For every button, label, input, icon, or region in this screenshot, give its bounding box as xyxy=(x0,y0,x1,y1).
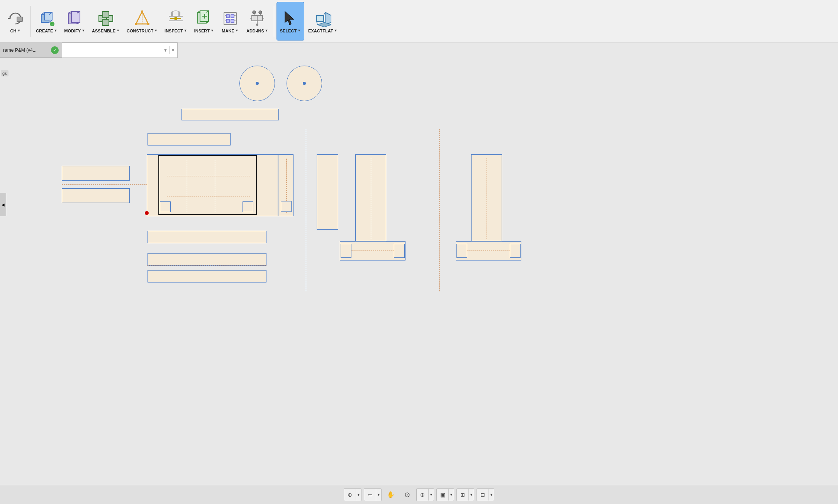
toolbar-make-label: MAKE xyxy=(222,29,234,33)
zoom-custom-btn-group: ⊕ ▼ xyxy=(416,488,434,501)
assembly-inner xyxy=(158,155,257,215)
bottom-toolbar: ⊕ ▼ ▭ ▼ ✋ ⊙ ⊕ ▼ ▣ ▼ ⊞ ▼ ⊟ ▼ xyxy=(0,485,838,504)
left-sidebar-toggle[interactable]: ◀ xyxy=(0,193,6,216)
inner-corner-br xyxy=(243,201,253,212)
zoom-custom-button[interactable]: ⊕ xyxy=(417,489,428,501)
toolbar-group-create[interactable]: + CREATE ▼ xyxy=(33,2,60,41)
display-dropdown-arrow[interactable]: ▼ xyxy=(448,489,454,501)
make-icon xyxy=(221,9,239,28)
toolbar-group-construct[interactable]: CONSTRUCT ▼ xyxy=(124,2,161,41)
modify-icon xyxy=(65,9,84,28)
display-button[interactable]: ▣ xyxy=(437,489,448,501)
svg-point-23 xyxy=(147,23,149,25)
svg-point-49 xyxy=(259,11,262,14)
svg-rect-37 xyxy=(224,12,236,25)
view-button[interactable]: ▭ xyxy=(364,489,376,501)
hand-button[interactable]: ✋ xyxy=(384,488,398,502)
rg1-base-br xyxy=(394,244,405,258)
toolbar-group-inspect[interactable]: INSPECT ▼ xyxy=(161,2,190,41)
svg-marker-56 xyxy=(285,12,293,25)
bottom-rect2 xyxy=(148,253,266,266)
rg1-dash-v xyxy=(371,158,371,239)
exactflat-icon xyxy=(314,9,332,28)
red-dot-marker xyxy=(145,211,149,215)
canvas xyxy=(62,58,838,485)
select-icon xyxy=(281,9,300,28)
toolbar-group-select[interactable]: SELECT ▼ xyxy=(277,2,304,41)
svg-rect-40 xyxy=(226,19,229,22)
dashed-v-right xyxy=(439,129,440,291)
layout-dropdown-arrow[interactable]: ▼ xyxy=(489,489,494,501)
svg-rect-38 xyxy=(226,15,229,18)
toolbar-construct-label: CONSTRUCT xyxy=(127,29,153,33)
search-input[interactable] xyxy=(64,47,163,53)
rg2-base-br xyxy=(510,244,521,258)
addins-icon xyxy=(248,9,266,28)
inspect-icon xyxy=(166,9,185,28)
second-rect xyxy=(148,133,231,145)
construct-icon xyxy=(133,9,151,28)
move-btn-group: ⊕ ▼ xyxy=(344,488,361,501)
svg-rect-46 xyxy=(252,15,257,21)
svg-text:+: + xyxy=(51,22,53,26)
right-tall1 xyxy=(317,154,338,230)
svg-rect-15 xyxy=(103,12,109,18)
toolbar-ch-arrow: ▼ xyxy=(17,29,20,32)
assembly-right-bar xyxy=(278,154,293,216)
toolbar-group-ch[interactable]: CH ▼ xyxy=(3,2,28,41)
view-dropdown-arrow[interactable]: ▼ xyxy=(376,489,381,501)
insert-icon xyxy=(195,9,213,28)
tags-label: gs xyxy=(1,70,8,76)
inner-dash-h1 xyxy=(167,176,250,176)
top-rect xyxy=(182,109,279,120)
inner-dash-h2 xyxy=(167,196,250,196)
dashed-v-center xyxy=(306,129,306,291)
circle-right-center xyxy=(303,82,306,85)
circle-right xyxy=(287,66,322,101)
toolbar-group-insert[interactable]: INSERT ▼ xyxy=(191,2,217,41)
toolbar-group-modify[interactable]: MODIFY ▼ xyxy=(61,2,88,41)
toolbar-group-make[interactable]: MAKE ▼ xyxy=(218,2,243,41)
svg-point-27 xyxy=(174,17,177,20)
toolbar-group-assemble[interactable]: ASSEMBLE ▼ xyxy=(89,2,123,41)
divider-2 xyxy=(274,6,274,37)
move-dropdown-arrow[interactable]: ▼ xyxy=(356,489,361,501)
toolbar-modify-label: MODIFY xyxy=(64,29,81,33)
left-rect-bottom xyxy=(62,188,130,203)
svg-point-21 xyxy=(141,10,143,13)
rg2-base-bl xyxy=(456,244,467,258)
svg-rect-39 xyxy=(231,15,234,18)
svg-rect-41 xyxy=(231,19,234,22)
assemble-icon xyxy=(97,9,115,28)
grid-btn-group: ⊞ ▼ xyxy=(456,488,474,501)
toolbar-insert-label: INSERT xyxy=(194,29,210,33)
search-bar: ▼ ✕ xyxy=(62,42,178,58)
toolbar-assemble-label: ASSEMBLE xyxy=(92,29,115,33)
zoom-fit-button[interactable]: ⊙ xyxy=(400,488,414,502)
toolbar-exactflat-label: EXACTFLAT xyxy=(308,29,333,33)
left-dashed-line xyxy=(62,184,154,185)
toolbar-group-addins[interactable]: ADD-INS ▼ xyxy=(243,2,271,41)
file-tab[interactable]: rame P&M (v4... ✓ xyxy=(0,42,62,58)
search-close-icon[interactable]: ✕ xyxy=(171,47,175,53)
bottom-dashed xyxy=(147,266,266,266)
toolbar-group-exactflat[interactable]: EXACTFLAT ▼ xyxy=(305,2,341,41)
circle-left xyxy=(239,66,275,101)
toolbar-inspect-label: INSPECT xyxy=(165,29,183,33)
grid-dropdown-arrow[interactable]: ▼ xyxy=(468,489,474,501)
svg-rect-57 xyxy=(317,15,324,22)
rbar-corner-b xyxy=(281,201,292,212)
rg1-dash-h xyxy=(344,250,402,250)
grid-button[interactable]: ⊞ xyxy=(457,489,468,501)
zoom-dropdown-arrow[interactable]: ▼ xyxy=(428,489,434,501)
svg-rect-0 xyxy=(17,17,22,22)
layout-button[interactable]: ⊟ xyxy=(477,489,489,501)
inner-dash-v2 xyxy=(215,160,215,212)
svg-point-48 xyxy=(253,11,256,14)
svg-rect-9 xyxy=(71,12,80,22)
divider-1 xyxy=(30,6,31,37)
display-btn-group: ▣ ▼ xyxy=(436,488,454,501)
move-button[interactable]: ⊕ xyxy=(344,489,356,501)
toolbar-addins-label: ADD-INS xyxy=(246,29,264,33)
rg1-base-bl xyxy=(341,244,351,258)
